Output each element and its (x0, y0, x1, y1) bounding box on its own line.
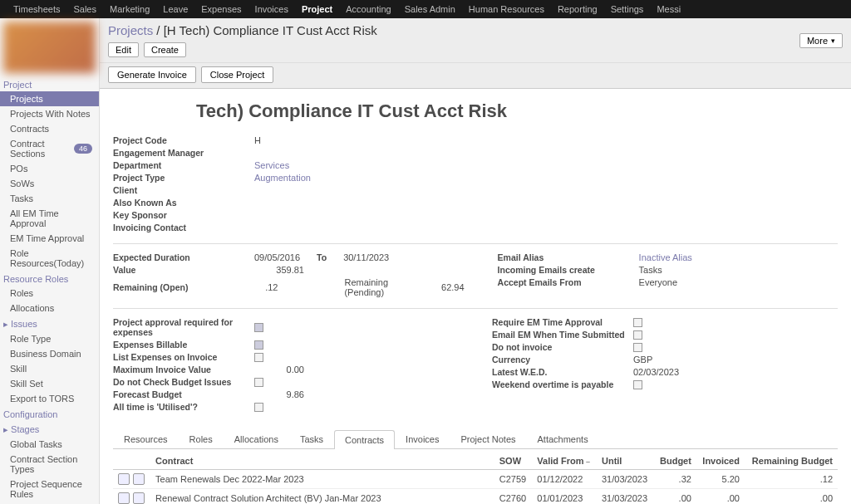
tab-allocations[interactable]: Allocations (224, 429, 289, 448)
checkbox[interactable] (254, 340, 263, 350)
col-budget[interactable]: Budget (654, 453, 696, 470)
topnav-expenses[interactable]: Expenses (194, 0, 248, 18)
sidebar-item-sows[interactable]: SoWs (0, 176, 99, 191)
breadcrumb-root[interactable]: Projects (108, 23, 153, 37)
sidebar-item-skill[interactable]: Skill (0, 361, 99, 376)
sidebar-item-all-em-time-approval[interactable]: All EM Time Approval (0, 206, 99, 231)
expected-duration-row: Expected Duration 09/05/2016 To 30/11/20… (113, 252, 465, 262)
checkbox[interactable] (633, 318, 642, 327)
checkbox[interactable] (633, 330, 642, 340)
topnav-accounting[interactable]: Accounting (339, 0, 397, 18)
topnav-marketing[interactable]: Marketing (103, 0, 156, 18)
tab-attachments[interactable]: Attachments (527, 429, 599, 448)
col-until[interactable]: Until (597, 453, 654, 470)
app-logo (3, 22, 96, 73)
topnav-project[interactable]: Project (295, 0, 339, 18)
col-contract[interactable]: Contract (150, 453, 494, 470)
sidebar: ProjectProjectsProjects With NotesContra… (0, 18, 100, 504)
col-icons[interactable] (113, 453, 150, 470)
field-currency: CurrencyGBP (492, 355, 838, 365)
page-title: Tech) Compliance IT Cust Acct Risk (113, 100, 838, 122)
edit-button[interactable]: Edit (108, 42, 139, 57)
col-sow[interactable]: SOW (494, 453, 533, 470)
col-remaining-budget[interactable]: Remaining Budget (745, 453, 838, 470)
sidebar-item-pos[interactable]: POs (0, 161, 99, 176)
sidebar-item-skill-set[interactable]: Skill Set (0, 376, 99, 391)
field-project-approval-required-for-expenses: Project approval required for expenses (113, 317, 459, 337)
sidebar-item-contract-sections[interactable]: Contract Sections46 (0, 136, 99, 161)
field-client: Client (113, 185, 459, 195)
checkbox[interactable] (254, 403, 263, 412)
field-accept-emails-from: Accept Emails FromEveryone (498, 277, 838, 287)
tab-invoices[interactable]: Invoices (395, 429, 450, 448)
more-button[interactable]: More (799, 33, 843, 48)
sidebar-section-stages[interactable]: ▸ Stages (0, 421, 99, 437)
create-button[interactable]: Create (144, 42, 186, 57)
field-key-sponsor: Key Sponsor (113, 210, 459, 220)
field-maximum-invoice-value: Maximum Invoice Value0.00 (113, 365, 459, 374)
field-list-expenses-on-invoice: List Expenses on Invoice (113, 352, 459, 362)
remaining-row: Remaining (Open) .12 Remaining (Pending)… (113, 277, 465, 297)
doc-icon[interactable] (118, 492, 130, 504)
topnav-leave[interactable]: Leave (156, 0, 194, 18)
checkbox[interactable] (633, 343, 642, 352)
generate-invoice-button[interactable]: Generate Invoice (108, 66, 196, 83)
sidebar-item-role-type[interactable]: Role Type (0, 331, 99, 346)
field-email-alias: Email AliasInactive Alias (498, 252, 838, 262)
topnav-timesheets[interactable]: Timesheets (7, 0, 66, 18)
tab-roles[interactable]: Roles (179, 429, 224, 448)
field-require-em-time-approval: Require EM Time Approval (492, 317, 838, 327)
checkbox[interactable] (633, 380, 642, 389)
sidebar-item-em-time-approval[interactable]: EM Time Approval (0, 231, 99, 246)
topnav-invoices[interactable]: Invoices (248, 0, 295, 18)
tab-tasks[interactable]: Tasks (289, 429, 334, 448)
field-incoming-emails-create: Incoming Emails createTasks (498, 265, 838, 275)
link-icon[interactable] (133, 492, 145, 504)
field-email-em-when-time-submitted: Email EM When Time Submitted (492, 330, 838, 340)
tab-resources[interactable]: Resources (113, 429, 179, 448)
doc-icon[interactable] (118, 473, 130, 485)
field-engagement-manager: Engagement Manager (113, 148, 459, 158)
top-navbar: TimesheetsSalesMarketingLeaveExpensesInv… (0, 0, 851, 18)
topnav-messi[interactable]: Messi (650, 0, 687, 18)
main: Projects / [H Tech) Compliance IT Cust A… (100, 18, 851, 504)
tabs: ResourcesRolesAllocationsTasksContractsI… (113, 429, 838, 449)
sidebar-item-global-tasks[interactable]: Global Tasks (0, 437, 99, 452)
col-valid-from[interactable]: Valid From (532, 453, 597, 470)
checkbox[interactable] (254, 353, 263, 362)
tab-project-notes[interactable]: Project Notes (450, 429, 526, 448)
sidebar-section-resource-roles: Resource Roles (0, 271, 99, 286)
topnav-sales[interactable]: Sales (66, 0, 103, 18)
field-project-type: Project TypeAugmentation (113, 173, 459, 183)
topnav-settings[interactable]: Settings (604, 0, 651, 18)
col-invoiced[interactable]: Invoiced (696, 453, 745, 470)
table-row[interactable]: Team Renewals Dec 2022-Mar 2023C275901/1… (113, 470, 838, 489)
table-row[interactable]: Renewal Contract Solution Architect (BV)… (113, 489, 838, 505)
topnav-sales-admin[interactable]: Sales Admin (398, 0, 462, 18)
close-project-button[interactable]: Close Project (201, 66, 273, 83)
topnav-reporting[interactable]: Reporting (551, 0, 604, 18)
link-icon[interactable] (133, 473, 145, 485)
tab-contracts[interactable]: Contracts (334, 430, 395, 449)
checkbox[interactable] (254, 378, 263, 387)
sidebar-item-allocations[interactable]: Allocations (0, 301, 99, 316)
field-department: DepartmentServices (113, 160, 459, 170)
sidebar-section-issues[interactable]: ▸ Issues (0, 316, 99, 331)
sidebar-item-projects[interactable]: Projects (0, 91, 99, 106)
field-expenses-billable: Expenses Billable (113, 340, 459, 350)
topnav-human-resources[interactable]: Human Resources (462, 0, 551, 18)
field-do-not-check-budget-issues: Do not Check Budget Issues (113, 377, 459, 387)
sidebar-item-export-to-tors[interactable]: Export to TORS (0, 391, 99, 406)
breadcrumb: Projects / [H Tech) Compliance IT Cust A… (108, 23, 377, 37)
sidebar-item-project-sequence-rules[interactable]: Project Sequence Rules (0, 477, 99, 502)
sidebar-item-contracts[interactable]: Contracts (0, 121, 99, 136)
sidebar-item-business-domain[interactable]: Business Domain (0, 346, 99, 361)
checkbox[interactable] (254, 323, 263, 332)
contracts-table: ContractSOWValid FromUntilBudgetInvoiced… (113, 453, 838, 504)
sidebar-item-contract-section-types[interactable]: Contract Section Types (0, 452, 99, 477)
sidebar-item-role-resources-today-[interactable]: Role Resources(Today) (0, 246, 99, 271)
sidebar-item-tasks[interactable]: Tasks (0, 191, 99, 206)
breadcrumb-current: [H Tech) Compliance IT Cust Acct Risk (164, 23, 377, 37)
sidebar-item-roles[interactable]: Roles (0, 286, 99, 301)
sidebar-item-projects-with-notes[interactable]: Projects With Notes (0, 106, 99, 121)
